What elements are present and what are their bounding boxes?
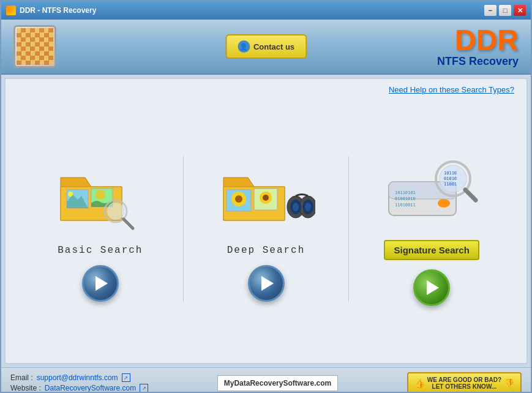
play-icon [96,276,108,291]
svg-line-31 [465,190,476,200]
svg-line-6 [124,219,133,228]
svg-text:11010011: 11010011 [395,203,416,208]
basic-search-icon [54,159,146,233]
contact-icon: 👤 [238,40,250,53]
svg-point-9 [235,195,242,203]
website-external-icon[interactable]: ↗ [140,384,148,392]
contact-label: Contact us [253,42,294,51]
thumb-down-icon: 👎 [504,378,514,388]
deep-search-button[interactable] [248,265,285,302]
close-button[interactable]: ✕ [514,5,526,16]
help-link[interactable]: Need Help on these Search Types? [6,79,526,94]
signature-search-option: 10110101 01001010 11010011 10110 01010 1… [349,151,514,306]
signature-search-icon-container: 10110101 01001010 11010011 10110 01010 1… [383,151,481,231]
app-logo [13,25,56,68]
svg-point-1 [68,192,73,196]
basic-search-button[interactable] [82,265,119,302]
titlebar-buttons: − □ ✕ [484,5,526,16]
signature-search-badge[interactable]: Signature Search [384,240,479,260]
thumb-icon: 👍 [414,378,425,388]
feedback-sub: LET OTHERS KNOW... [427,383,501,390]
footer-right: 👍 WE ARE GOOD OR BAD? LET OTHERS KNOW...… [407,372,522,394]
email-external-icon[interactable]: ↗ [122,373,130,382]
signature-search-icon: 10110101 01001010 11010011 10110 01010 1… [383,151,481,231]
svg-point-5 [107,203,124,220]
svg-text:01001010: 01001010 [395,196,416,201]
header-brand: DDR NTFS Recovery [437,26,519,68]
main-content: Need Help on these Search Types? [4,78,528,364]
svg-text:01010: 01010 [444,176,457,181]
svg-point-22 [438,199,450,208]
deep-search-icon-container [217,156,315,236]
basic-search-option: Basic Search [18,156,184,302]
brand-name: DDR [437,26,519,55]
signature-search-button[interactable] [413,269,450,306]
play-icon [427,280,439,295]
feedback-button[interactable]: 👍 WE ARE GOOD OR BAD? LET OTHERS KNOW...… [407,372,522,394]
maximize-button[interactable]: □ [499,5,511,16]
svg-point-12 [263,195,269,201]
footer: Email : support@ddrwinntfs.com ↗ Website… [1,367,531,393]
deep-search-option: Deep Search [184,156,350,302]
contact-button[interactable]: 👤 Contact us [225,34,307,59]
titlebar: DDR - NTFS Recovery − □ ✕ [1,1,531,20]
basic-search-label: Basic Search [58,245,143,256]
window-title: DDR - NTFS Recovery [20,6,96,15]
footer-brand: MyDataRecoverySoftware.com [217,375,338,391]
deep-search-icon [217,159,315,233]
header: 👤 Contact us DDR NTFS Recovery [1,20,531,75]
minimize-button[interactable]: − [484,5,496,16]
email-label: Email : [10,373,33,382]
email-link[interactable]: support@ddrwinntfs.com [37,373,118,382]
app-icon [6,6,16,15]
deep-search-label: Deep Search [227,245,305,256]
svg-point-19 [305,203,311,211]
svg-point-3 [96,190,105,200]
website-link[interactable]: DataRecoverySoftware.com [45,384,136,392]
brand-subtitle: NTFS Recovery [437,55,519,68]
search-options: Basic Search [6,94,526,363]
feedback-label: WE ARE GOOD OR BAD? [427,376,501,383]
website-row: Website : DataRecoverySoftware.com ↗ [10,384,148,392]
svg-point-18 [293,203,299,211]
play-icon [261,276,274,291]
footer-left: Email : support@ddrwinntfs.com ↗ Website… [10,373,148,392]
svg-text:11001: 11001 [444,182,457,187]
svg-text:10110: 10110 [444,171,457,176]
header-contact: 👤 Contact us [225,34,307,59]
logo-pattern [17,28,53,65]
svg-text:10110101: 10110101 [395,190,416,195]
email-row: Email : support@ddrwinntfs.com ↗ [10,373,148,382]
feedback-text: WE ARE GOOD OR BAD? LET OTHERS KNOW... [427,376,501,390]
website-label: Website : [10,384,41,392]
titlebar-left: DDR - NTFS Recovery [6,6,96,15]
basic-search-icon-container [51,156,149,236]
